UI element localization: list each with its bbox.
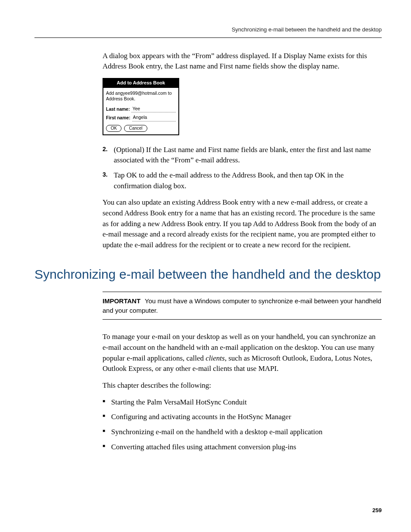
intro-paragraph: A dialog box appears with the “From” add… bbox=[103, 51, 382, 72]
first-name-label: First name: bbox=[106, 115, 132, 121]
section-heading: Synchronizing e-mail between the handhel… bbox=[34, 265, 382, 284]
step-text: (Optional) If the Last name and First na… bbox=[114, 145, 382, 166]
step-text: Tap OK to add the e-mail address to the … bbox=[114, 170, 382, 191]
running-header: Synchronizing e-mail between the handhel… bbox=[34, 26, 382, 38]
list-item: Starting the Palm VersaMail HotSync Cond… bbox=[103, 397, 382, 408]
important-note: IMPORTANTYou must have a Windows compute… bbox=[103, 292, 382, 320]
followup-paragraph: You can also update an existing Address … bbox=[103, 197, 382, 250]
step-number: 2. bbox=[103, 145, 114, 166]
important-text: You must have a Windows computer to sync… bbox=[103, 297, 381, 314]
page-number: 259 bbox=[372, 507, 382, 515]
emphasis: clients bbox=[206, 354, 224, 362]
last-name-value[interactable]: Yee bbox=[131, 106, 176, 112]
chapter-list: Starting the Palm VersaMail HotSync Cond… bbox=[103, 397, 382, 453]
sync-paragraph: To manage your e-mail on your desktop as… bbox=[103, 332, 382, 374]
last-name-label: Last name: bbox=[106, 106, 131, 112]
ok-button[interactable]: OK bbox=[106, 125, 121, 132]
last-name-field: Last name: Yee bbox=[106, 106, 176, 112]
list-item: Synchronizing e-mail on the handheld wit… bbox=[103, 427, 382, 438]
step-number: 3. bbox=[103, 170, 114, 191]
list-item: Converting attached files using attachme… bbox=[103, 442, 382, 453]
dialog-title: Add to Address Book bbox=[103, 79, 178, 88]
first-name-value[interactable]: Angela bbox=[132, 114, 176, 121]
step-3: 3. Tap OK to add the e-mail address to t… bbox=[103, 170, 382, 191]
first-name-field: First name: Angela bbox=[106, 114, 176, 121]
add-to-address-book-dialog: Add to Address Book Add angyee999@hotmai… bbox=[103, 78, 179, 135]
step-2: 2. (Optional) If the Last name and First… bbox=[103, 145, 382, 166]
cancel-button[interactable]: Cancel bbox=[124, 125, 147, 132]
dialog-message: Add angyee999@hotmail.com to Address Boo… bbox=[106, 90, 176, 101]
list-intro: This chapter describes the following: bbox=[103, 380, 382, 391]
list-item: Configuring and activating accounts in t… bbox=[103, 412, 382, 423]
important-label: IMPORTANT bbox=[103, 297, 145, 305]
